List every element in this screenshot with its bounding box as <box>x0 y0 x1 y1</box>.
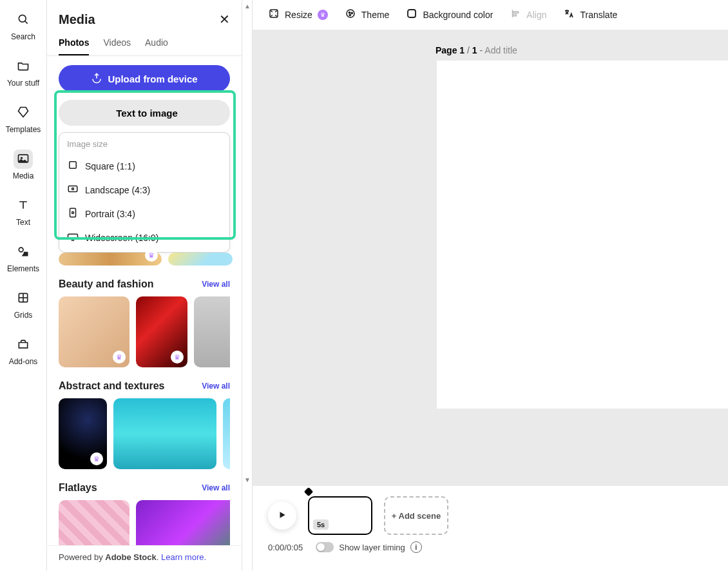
theme-label: Theme <box>361 10 390 20</box>
rail-elements-label: Elements <box>7 264 39 273</box>
svg-rect-21 <box>408 10 416 17</box>
stock-thumb[interactable]: ♛ <box>59 296 129 367</box>
translate-button[interactable]: Translate <box>563 8 617 21</box>
tab-videos[interactable]: Videos <box>103 34 131 55</box>
text-to-image-button[interactable]: Text to image <box>59 100 230 126</box>
play-button[interactable] <box>268 501 296 530</box>
premium-badge-icon: ♛ <box>145 249 158 262</box>
svg-point-4 <box>19 247 23 252</box>
canvas-column: Resize ♛ Theme Background color Align Tr… <box>253 0 728 571</box>
stock-thumb[interactable]: ♛ <box>136 296 187 367</box>
rail-grids-label: Grids <box>14 311 33 320</box>
scroll-down-icon: ▼ <box>244 476 251 483</box>
size-option-portrait[interactable]: Portrait (3:4) <box>59 202 229 226</box>
translate-icon <box>563 8 575 21</box>
rail-templates[interactable]: Templates <box>4 99 43 138</box>
align-icon <box>510 8 521 21</box>
media-tabs: Photos Videos Audio <box>47 34 242 56</box>
size-option-landscape[interactable]: Landscape (4:3) <box>59 178 229 202</box>
stock-thumb[interactable] <box>223 398 230 469</box>
dropdown-header: Image size <box>59 139 229 154</box>
footer-learn-more[interactable]: Learn more. <box>161 552 206 562</box>
info-icon[interactable]: i <box>410 541 422 553</box>
search-icon <box>17 13 30 28</box>
size-option-label: Square (1:1) <box>85 161 135 171</box>
scroll-up-icon: ▲ <box>244 3 251 10</box>
svg-rect-14 <box>68 234 78 239</box>
rail-text-label: Text <box>16 218 30 227</box>
stock-thumb[interactable] <box>194 296 230 367</box>
premium-badge-icon: ♛ <box>113 351 126 363</box>
portrait-icon <box>67 207 79 220</box>
close-panel-button[interactable]: ✕ <box>219 12 230 27</box>
rail-grids[interactable]: Grids <box>4 285 43 324</box>
page-title-input[interactable]: Add title <box>484 45 517 55</box>
timeline: 5s + Add scene 0:00/0:05 Show layer timi… <box>253 486 728 571</box>
square-icon <box>67 159 79 173</box>
upload-label: Upload from device <box>108 73 197 84</box>
stock-thumb[interactable]: ♛ <box>59 253 162 266</box>
size-option-square[interactable]: Square (1:1) <box>59 154 229 178</box>
canvas-stage: Page 1 / 1 - Add title <box>253 30 728 486</box>
rail-media[interactable]: Media <box>4 146 43 184</box>
tab-audio[interactable]: Audio <box>145 34 168 55</box>
footer-text: Powered by <box>59 552 105 562</box>
page-info: Page 1 / 1 - Add title <box>268 45 728 55</box>
theme-icon <box>345 8 356 21</box>
widescreen-icon <box>67 231 79 244</box>
canvas[interactable] <box>437 61 728 409</box>
rail-search-label: Search <box>11 32 35 41</box>
rail-elements[interactable]: Elements <box>4 238 43 277</box>
svg-point-3 <box>21 157 23 159</box>
size-option-label: Portrait (3:4) <box>85 209 135 219</box>
view-all-flatlays[interactable]: View all <box>202 483 230 492</box>
align-button: Align <box>510 8 546 21</box>
size-option-label: Landscape (4:3) <box>85 185 150 195</box>
svg-rect-10 <box>68 186 77 192</box>
upload-button[interactable]: Upload from device <box>59 65 230 92</box>
svg-point-17 <box>347 10 354 17</box>
panel-footer: Powered by Adobe Stock. Learn more. <box>47 545 242 571</box>
stock-thumb[interactable] <box>168 253 233 266</box>
stock-thumb[interactable]: ♛ <box>59 398 107 469</box>
resize-icon <box>268 8 280 21</box>
section-title-flatlays: Flatlays <box>59 482 97 494</box>
media-icon <box>17 152 30 167</box>
section-title-abstract: Abstract and textures <box>59 380 165 392</box>
landscape-icon <box>67 183 79 197</box>
folder-icon <box>17 59 30 74</box>
top-toolbar: Resize ♛ Theme Background color Align Tr… <box>253 0 728 30</box>
play-icon <box>278 510 287 521</box>
view-all-abstract[interactable]: View all <box>202 382 230 391</box>
add-scene-button[interactable]: + Add scene <box>384 496 448 535</box>
rail-templates-label: Templates <box>6 125 41 134</box>
rail-addons-label: Add-ons <box>9 357 38 366</box>
rail-text[interactable]: Text <box>4 192 43 231</box>
svg-line-1 <box>25 21 28 23</box>
svg-point-13 <box>72 212 74 214</box>
size-option-widescreen[interactable]: Widescreen (16:9) <box>59 226 229 249</box>
rail-yourstuff[interactable]: Your stuff <box>4 53 43 92</box>
bgcolor-icon <box>406 8 417 21</box>
text-icon <box>17 198 30 213</box>
addons-icon <box>17 338 30 353</box>
scene-clip[interactable]: 5s <box>308 496 372 535</box>
text-to-image-label: Text to image <box>116 108 178 119</box>
size-option-label: Widescreen (16:9) <box>85 233 158 243</box>
stock-thumb[interactable] <box>113 398 216 469</box>
time-display: 0:00/0:05 <box>268 543 303 552</box>
view-all-beauty[interactable]: View all <box>202 280 230 289</box>
bgcolor-button[interactable]: Background color <box>406 8 493 21</box>
resize-button[interactable]: Resize ♛ <box>268 8 328 21</box>
rail-yourstuff-label: Your stuff <box>7 79 39 88</box>
panel-scrollbar[interactable]: ▲ ▼ <box>242 0 253 571</box>
svg-point-19 <box>351 12 352 14</box>
svg-point-11 <box>72 188 74 190</box>
rail-addons[interactable]: Add-ons <box>4 331 43 370</box>
tab-photos[interactable]: Photos <box>59 34 89 55</box>
left-rail: Search Your stuff Templates Media Text E… <box>0 0 47 571</box>
upload-icon <box>91 72 102 86</box>
layer-timing-toggle[interactable] <box>316 542 334 552</box>
theme-button[interactable]: Theme <box>345 8 390 21</box>
rail-search[interactable]: Search <box>4 6 43 45</box>
